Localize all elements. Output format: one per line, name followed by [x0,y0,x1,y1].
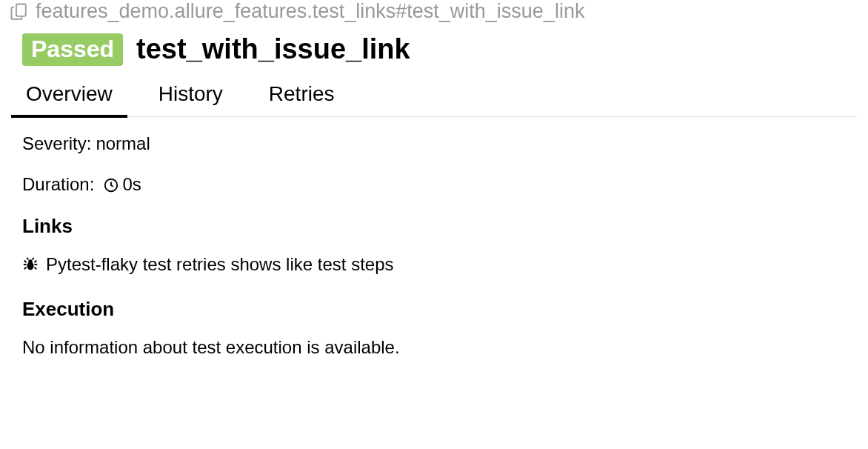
copy-icon[interactable] [9,1,30,22]
tab-retries[interactable]: Retries [254,78,350,116]
svg-rect-0 [16,4,26,16]
tabs: Overview History Retries [11,73,857,117]
duration-value: 0s [122,174,141,196]
bug-icon [22,256,39,273]
issue-link-item: Pytest-flaky test retries shows like tes… [22,254,846,276]
test-full-name: features_demo.allure_features.test_links… [0,0,868,27]
clock-icon [103,177,119,193]
tab-overview[interactable]: Overview [11,78,127,118]
links-list: Pytest-flaky test retries shows like tes… [22,254,846,276]
issue-link-text[interactable]: Pytest-flaky test retries shows like tes… [46,254,394,276]
execution-empty-text: No information about test execution is a… [22,337,846,359]
status-badge: Passed [22,33,123,66]
tab-history[interactable]: History [144,78,238,116]
severity-value: normal [96,133,150,155]
severity-label: Severity [22,133,91,155]
duration-row: Duration 0s [22,174,846,196]
links-heading: Links [22,215,846,238]
severity-row: Severity normal [22,133,846,155]
svg-point-3 [28,259,33,264]
duration-label: Duration [22,174,94,196]
test-title: test_with_issue_link [136,34,410,65]
execution-heading: Execution [22,298,846,321]
test-full-name-text: features_demo.allure_features.test_links… [36,0,584,23]
